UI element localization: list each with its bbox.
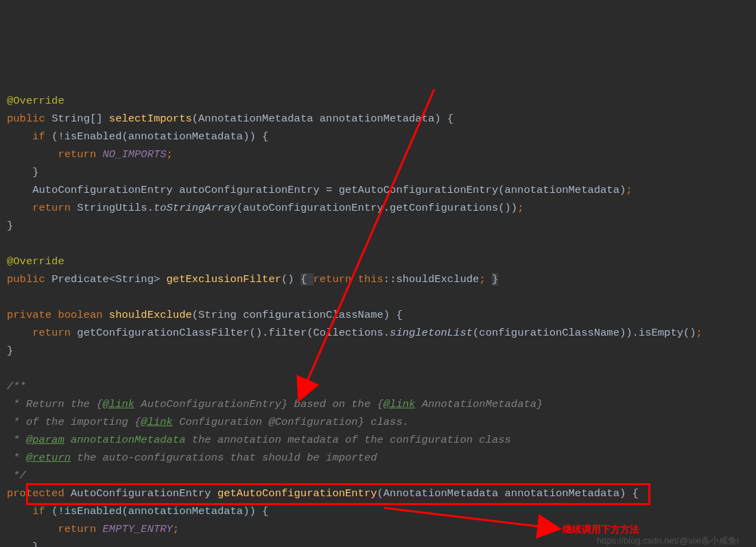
- kw: return: [7, 523, 103, 535]
- javadoc: *: [7, 452, 26, 464]
- code-editor[interactable]: @Override public String[] selectImports(…: [0, 71, 756, 547]
- semi: ;: [479, 273, 492, 286]
- javadoc: AutoConfigurationEntry} based on the {: [134, 398, 383, 410]
- javadoc: Configuration @Configuration} class.: [173, 416, 409, 428]
- kw: this: [358, 273, 383, 286]
- kw: if: [7, 505, 51, 517]
- doc-tag-param: @param: [26, 434, 64, 446]
- kw: return: [7, 327, 77, 339]
- doc-tag-return: @return: [26, 452, 71, 464]
- brace: }: [7, 345, 13, 357]
- semi: ;: [173, 523, 179, 535]
- type: Predicate<String>: [51, 273, 166, 286]
- brace: }: [7, 541, 39, 547]
- javadoc: */: [7, 469, 26, 482]
- kw: private boolean: [7, 309, 109, 321]
- annotation: @Override: [7, 255, 64, 268]
- fold-region[interactable]: }: [492, 273, 498, 286]
- annotation: @Override: [7, 95, 64, 107]
- kw: public: [7, 113, 51, 125]
- semi: ;: [626, 184, 632, 196]
- semi: ;: [517, 202, 523, 214]
- kw: return: [7, 148, 103, 161]
- kw: if: [7, 130, 51, 143]
- paren: (): [281, 273, 300, 286]
- cond: (!isEnabled(annotationMetadata)) {: [51, 130, 268, 143]
- brace: }: [7, 166, 39, 178]
- brace: }: [7, 220, 13, 232]
- method-name: shouldExclude: [109, 309, 192, 321]
- method-name: getExclusionFilter: [167, 273, 281, 286]
- expr: (autoConfigurationEntry.getConfiguration…: [237, 202, 517, 214]
- method-name: selectImports: [109, 113, 192, 125]
- fold-region[interactable]: {: [300, 273, 314, 286]
- javadoc: AnnotationMetadata}: [415, 398, 543, 410]
- javadoc: the annotation metadata of the configura…: [185, 434, 510, 446]
- javadoc: /**: [7, 380, 26, 393]
- static-method: singletonList: [390, 327, 473, 339]
- kw: public: [7, 273, 51, 286]
- stmt: AutoConfigurationEntry autoConfiguration…: [7, 184, 626, 196]
- expr: (configurationClassName)).isEmpty(): [473, 327, 696, 339]
- type: String[]: [51, 113, 109, 125]
- watermark: https://blog.csdn.net/@sixi条小咸鱼i: [597, 532, 739, 547]
- params: (AnnotationMetadata annotationMetadata) …: [192, 113, 453, 125]
- javadoc: * Return the {: [7, 398, 103, 410]
- constant: EMPTY_ENTRY: [103, 523, 173, 535]
- semi: ;: [696, 327, 702, 339]
- doc-param-name: annotationMetadata: [64, 434, 186, 446]
- expr: StringUtils.: [77, 202, 154, 214]
- semi: ;: [167, 148, 173, 161]
- methodref: ::shouldExclude: [383, 273, 480, 286]
- static-method: toStringArray: [154, 202, 237, 214]
- javadoc: the auto-configurations that should be i…: [71, 452, 377, 464]
- constant: NO_IMPORTS: [103, 148, 167, 161]
- cond: (!isEnabled(annotationMetadata)) {: [51, 505, 268, 517]
- kw: return: [7, 202, 77, 214]
- javadoc: * of the importing {: [7, 416, 141, 428]
- doc-tag-link: @link: [383, 398, 416, 410]
- expr: getConfigurationClassFilter().filter(Col…: [77, 327, 390, 339]
- params: (String configurationClassName) {: [192, 309, 403, 321]
- javadoc: *: [7, 434, 26, 446]
- doc-tag-link: @link: [141, 416, 173, 428]
- kw: return: [314, 273, 358, 286]
- doc-tag-link: @link: [103, 398, 135, 410]
- highlight-rect: [26, 483, 650, 505]
